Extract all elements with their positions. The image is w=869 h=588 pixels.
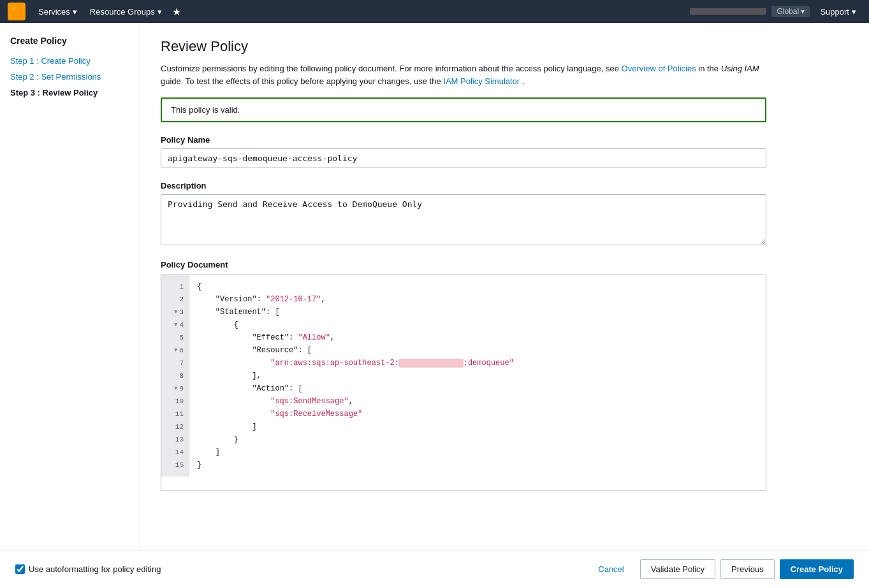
create-policy-button[interactable]: Create Policy xyxy=(780,559,854,579)
line-number: 7 xyxy=(161,357,189,369)
line-numbers: 12▼3▼45▼678▼9101112131415 xyxy=(161,275,189,477)
code-line: "arn:aws:sqs:ap-southeast-2:████████████… xyxy=(197,357,766,369)
cancel-button[interactable]: Cancel xyxy=(587,559,634,579)
line-number: 2 xyxy=(161,293,189,306)
line-number: 11 xyxy=(161,408,189,420)
code-line: "sqs:SendMessage", xyxy=(197,395,766,408)
line-number: ▼3 xyxy=(161,306,189,319)
autoformat-label: Use autoformatting for policy editing xyxy=(29,564,161,574)
sidebar-item-step2[interactable]: Step 2 : Set Permissions xyxy=(10,72,129,82)
code-editor-inner: 12▼3▼45▼678▼9101112131415 { "Version": "… xyxy=(161,275,766,477)
description-label: Description xyxy=(161,181,766,190)
policy-name-section: Policy Name xyxy=(161,135,766,168)
code-line: "Statement": [ xyxy=(197,306,766,319)
resource-groups-menu[interactable]: Resource Groups ▾ xyxy=(85,0,167,23)
page-layout: Create Policy Step 1 : Create Policy Ste… xyxy=(0,23,869,588)
autoformat-checkbox-wrapper[interactable]: Use autoformatting for policy editing xyxy=(15,564,161,574)
description-section: Description Providing Send and Receive A… xyxy=(161,181,766,247)
line-number: ▼6 xyxy=(161,344,189,357)
code-lines: { "Version": "2012-10-17", "Statement": … xyxy=(189,275,766,477)
description-text: Customize permissions by editing the fol… xyxy=(161,62,766,87)
support-menu[interactable]: Support ▾ xyxy=(815,0,861,23)
sidebar-item-step3: Step 3 : Review Policy xyxy=(10,88,129,97)
line-number: 14 xyxy=(161,446,189,459)
code-line: } xyxy=(197,433,766,446)
bookmarks-icon[interactable]: ★ xyxy=(172,6,181,18)
code-line: ] xyxy=(197,420,766,433)
services-menu[interactable]: Services ▾ xyxy=(33,0,82,23)
region-selector[interactable]: Global ▾ xyxy=(771,6,810,17)
code-line: { xyxy=(197,319,766,331)
aws-logo: 🟠 xyxy=(8,3,26,20)
main-content: Review Policy Customize permissions by e… xyxy=(140,23,869,550)
iam-policy-simulator-link[interactable]: IAM Policy Simulator xyxy=(443,76,520,86)
code-line: ], xyxy=(197,369,766,382)
overview-policies-link[interactable]: Overview of Policies xyxy=(622,64,696,73)
autoformat-checkbox[interactable] xyxy=(15,564,25,574)
sidebar-title: Create Policy xyxy=(10,36,129,46)
code-line: "Action": [ xyxy=(197,382,766,395)
line-number: ▼4 xyxy=(161,319,189,331)
code-line: "Resource": [ xyxy=(197,344,766,357)
sidebar-item-step1[interactable]: Step 1 : Create Policy xyxy=(10,56,129,66)
policy-document-section: Policy Document 12▼3▼45▼678▼910111213141… xyxy=(161,260,766,491)
policy-name-input[interactable] xyxy=(161,148,766,168)
chevron-down-icon: ▾ xyxy=(157,7,162,17)
code-line: "Effect": "Allow", xyxy=(197,331,766,344)
description-textarea[interactable]: Providing Send and Receive Access to Dem… xyxy=(161,194,766,245)
policy-name-label: Policy Name xyxy=(161,135,766,145)
nav-right: Global ▾ Support ▾ xyxy=(690,0,861,23)
previous-button[interactable]: Previous xyxy=(720,559,775,579)
line-number: 15 xyxy=(161,459,189,471)
chevron-down-icon: ▾ xyxy=(852,7,856,17)
code-line: { xyxy=(197,280,766,293)
bottom-left: Use autoformatting for policy editing xyxy=(15,564,161,574)
top-navigation: 🟠 Services ▾ Resource Groups ▾ ★ Global … xyxy=(0,0,869,23)
policy-document-editor[interactable]: 12▼3▼45▼678▼9101112131415 { "Version": "… xyxy=(161,275,766,491)
sidebar: Create Policy Step 1 : Create Policy Ste… xyxy=(0,23,140,550)
line-number: 1 xyxy=(161,280,189,293)
line-number: 8 xyxy=(161,369,189,382)
line-number: 12 xyxy=(161,420,189,433)
policy-valid-notice: This policy is valid. xyxy=(161,97,766,122)
line-number: ▼9 xyxy=(161,382,189,395)
policy-document-label: Policy Document xyxy=(161,260,766,269)
code-line: ] xyxy=(197,446,766,459)
bottom-right: Cancel Validate Policy Previous Create P… xyxy=(587,559,854,579)
user-info-bar xyxy=(690,8,766,15)
validate-policy-button[interactable]: Validate Policy xyxy=(640,559,715,579)
code-line: "sqs:ReceiveMessage" xyxy=(197,408,766,420)
line-number: 13 xyxy=(161,433,189,446)
page-title: Review Policy xyxy=(161,38,849,55)
code-line: "Version": "2012-10-17", xyxy=(197,293,766,306)
chevron-down-icon: ▾ xyxy=(73,7,77,17)
code-line: } xyxy=(197,459,766,471)
bottom-bar: Use autoformatting for policy editing Ca… xyxy=(0,550,869,588)
line-number: 5 xyxy=(161,331,189,344)
line-number: 10 xyxy=(161,395,189,408)
